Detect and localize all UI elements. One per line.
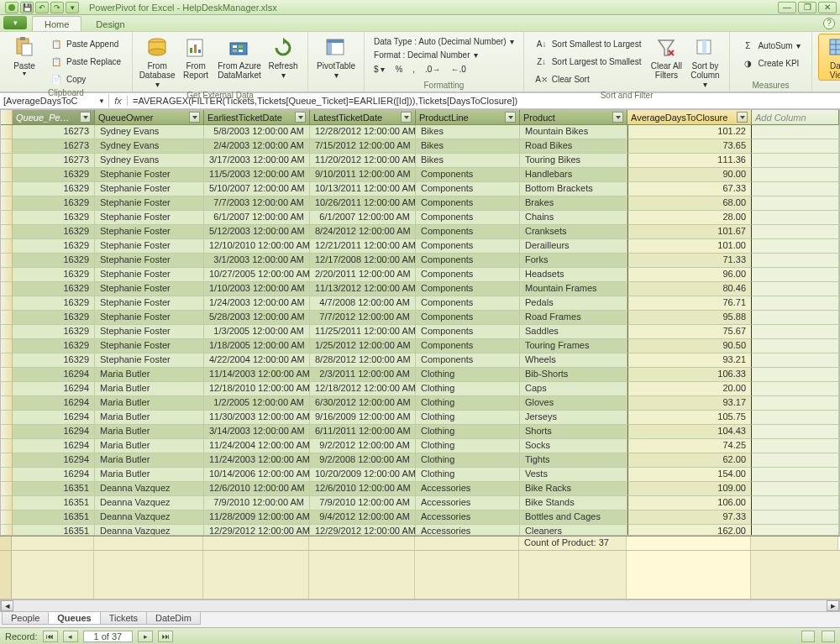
sort-by-column-button[interactable]: Sort by Column ▾ bbox=[686, 34, 723, 90]
cell-productline[interactable]: Accessories bbox=[416, 510, 520, 525]
table-row[interactable]: 16329Stephanie Foster5/10/2007 12:00:00 … bbox=[1, 182, 839, 196]
close-button[interactable]: ✕ bbox=[818, 2, 837, 13]
cell-product[interactable]: Cleaners bbox=[520, 525, 627, 535]
cell-add[interactable] bbox=[752, 254, 839, 268]
row-selector[interactable] bbox=[1, 254, 13, 268]
cell-earliest[interactable]: 5/28/2003 12:00:00 AM bbox=[204, 311, 310, 325]
table-row[interactable]: 16351Deanna Vazquez7/9/2010 12:00:00 AM7… bbox=[1, 496, 839, 510]
cell-productline[interactable]: Components bbox=[416, 325, 520, 339]
cell-id[interactable]: 16329 bbox=[13, 325, 95, 339]
cell-earliest[interactable]: 11/5/2003 12:00:00 AM bbox=[204, 168, 310, 182]
table-row[interactable]: 16329Stephanie Foster1/24/2003 12:00:00 … bbox=[1, 296, 839, 311]
cell-latest[interactable]: 11/25/2011 12:00:00 AM bbox=[310, 325, 416, 339]
col-header-earliest[interactable]: EarliestTicketDate bbox=[204, 110, 310, 124]
cell-productline[interactable]: Components bbox=[416, 254, 520, 268]
cell-productline[interactable]: Clothing bbox=[416, 382, 520, 396]
cell-avg[interactable]: 73.65 bbox=[627, 139, 752, 154]
sheet-tickets[interactable]: Tickets bbox=[100, 612, 147, 625]
cell-productline[interactable]: Clothing bbox=[416, 396, 520, 411]
cell-owner[interactable]: Maria Butler bbox=[95, 439, 204, 453]
qat-save-icon[interactable]: 💾 bbox=[20, 2, 34, 13]
from-report-button[interactable]: From Report bbox=[177, 34, 214, 81]
cell-latest[interactable]: 9/2/2008 12:00:00 AM bbox=[310, 453, 416, 468]
cell-latest[interactable]: 12/21/2011 12:00:00 AM bbox=[310, 239, 416, 254]
cell-add[interactable] bbox=[752, 211, 839, 225]
row-selector[interactable] bbox=[1, 396, 13, 411]
cell-id[interactable]: 16294 bbox=[13, 411, 95, 425]
cell-latest[interactable]: 7/7/2012 12:00:00 AM bbox=[310, 311, 416, 325]
col-header-avgdays[interactable]: AverageDaysToClosure bbox=[627, 110, 752, 124]
from-database-button[interactable]: From Database ▾ bbox=[139, 34, 176, 90]
table-row[interactable]: 16329Stephanie Foster7/7/2003 12:00:00 A… bbox=[1, 196, 839, 211]
cell-avg[interactable]: 109.00 bbox=[627, 482, 752, 496]
file-menu-button[interactable]: ▾ bbox=[3, 16, 27, 29]
cell-earliest[interactable]: 1/2/2005 12:00:00 AM bbox=[204, 396, 310, 411]
cell-add[interactable] bbox=[752, 196, 839, 211]
cell-product[interactable]: Bib-Shorts bbox=[520, 368, 627, 382]
calc-cell[interactable] bbox=[627, 537, 751, 550]
cell-id[interactable]: 16329 bbox=[13, 182, 95, 196]
cell-add[interactable] bbox=[752, 411, 839, 425]
cell-product[interactable]: Shorts bbox=[520, 425, 627, 439]
calc-cell[interactable] bbox=[203, 537, 309, 550]
cell-avg[interactable]: 20.00 bbox=[627, 382, 752, 396]
col-header-productline[interactable]: ProductLine bbox=[416, 110, 520, 124]
cell-add[interactable] bbox=[752, 311, 839, 325]
table-row[interactable]: 16329Stephanie Foster5/12/2003 12:00:00 … bbox=[1, 225, 839, 239]
create-kpi-button[interactable]: ◑Create KPI bbox=[737, 55, 804, 71]
cell-latest[interactable]: 1/25/2012 12:00:00 AM bbox=[310, 339, 416, 353]
row-selector[interactable] bbox=[1, 239, 13, 254]
cell-latest[interactable]: 12/29/2012 12:00:00 AM bbox=[310, 525, 416, 535]
filter-icon[interactable] bbox=[401, 112, 412, 123]
filter-icon[interactable] bbox=[189, 112, 200, 123]
cell-earliest[interactable]: 5/12/2003 12:00:00 AM bbox=[204, 225, 310, 239]
row-selector[interactable] bbox=[1, 139, 13, 154]
cell-id[interactable]: 16294 bbox=[13, 439, 95, 453]
scroll-right-icon[interactable]: ▸ bbox=[827, 600, 839, 611]
cell-latest[interactable]: 9/16/2009 12:00:00 AM bbox=[310, 411, 416, 425]
cell-productline[interactable]: Components bbox=[416, 282, 520, 296]
row-selector[interactable] bbox=[1, 182, 13, 196]
cell-avg[interactable]: 106.00 bbox=[627, 496, 752, 510]
cell-add[interactable] bbox=[752, 439, 839, 453]
cell-earliest[interactable]: 11/24/2004 12:00:00 AM bbox=[204, 439, 310, 453]
qat-powerpivot-icon[interactable] bbox=[5, 2, 18, 13]
scroll-left-icon[interactable]: ◂ bbox=[1, 600, 13, 611]
cell-product[interactable]: Mountain Frames bbox=[520, 282, 627, 296]
calc-cell[interactable] bbox=[12, 537, 94, 550]
cell-add[interactable] bbox=[752, 425, 839, 439]
cell-add[interactable] bbox=[752, 482, 839, 496]
cell-latest[interactable]: 10/26/2011 12:00:00 AM bbox=[310, 196, 416, 211]
cell-id[interactable]: 16294 bbox=[13, 382, 95, 396]
cell-product[interactable]: Road Frames bbox=[520, 311, 627, 325]
table-row[interactable]: 16294Maria Butler1/2/2005 12:00:00 AM6/3… bbox=[1, 396, 839, 411]
table-row[interactable]: 16294Maria Butler10/14/2006 12:00:00 AM1… bbox=[1, 468, 839, 482]
cell-productline[interactable]: Clothing bbox=[416, 468, 520, 482]
filter-icon[interactable] bbox=[295, 112, 306, 123]
cell-earliest[interactable]: 7/7/2003 12:00:00 AM bbox=[204, 196, 310, 211]
datatype-dropdown[interactable]: Data Type : Auto (Decimal Number) ▾ bbox=[370, 35, 518, 48]
qat-dropdown-icon[interactable]: ▾ bbox=[66, 2, 79, 13]
table-row[interactable]: 16351Deanna Vazquez11/28/2009 12:00:00 A… bbox=[1, 510, 839, 525]
data-view-button[interactable]: Data View bbox=[818, 34, 840, 81]
cell-product[interactable]: Cranksets bbox=[520, 225, 627, 239]
row-selector[interactable] bbox=[1, 439, 13, 453]
cell-owner[interactable]: Stephanie Foster bbox=[95, 353, 204, 368]
cell-add[interactable] bbox=[752, 139, 839, 154]
cell-owner[interactable]: Deanna Vazquez bbox=[95, 510, 204, 525]
row-selector[interactable] bbox=[1, 411, 13, 425]
table-row[interactable]: 16329Stephanie Foster12/10/2010 12:00:00… bbox=[1, 239, 839, 254]
cell-product[interactable]: Chains bbox=[520, 211, 627, 225]
cell-earliest[interactable]: 12/10/2010 12:00:00 AM bbox=[204, 239, 310, 254]
cell-avg[interactable]: 101.67 bbox=[627, 225, 752, 239]
cell-earliest[interactable]: 2/4/2003 12:00:00 AM bbox=[204, 139, 310, 154]
col-header-queueowner[interactable]: QueueOwner bbox=[95, 110, 204, 124]
cell-avg[interactable]: 68.00 bbox=[627, 196, 752, 211]
cell-add[interactable] bbox=[752, 525, 839, 535]
cell-avg[interactable]: 74.25 bbox=[627, 439, 752, 453]
cell-id[interactable]: 16329 bbox=[13, 239, 95, 254]
cell-id[interactable]: 16351 bbox=[13, 496, 95, 510]
col-header-queue-pe[interactable]: Queue_Pe… bbox=[13, 110, 95, 124]
row-selector[interactable] bbox=[1, 425, 13, 439]
cell-latest[interactable]: 10/13/2011 12:00:00 AM bbox=[310, 182, 416, 196]
